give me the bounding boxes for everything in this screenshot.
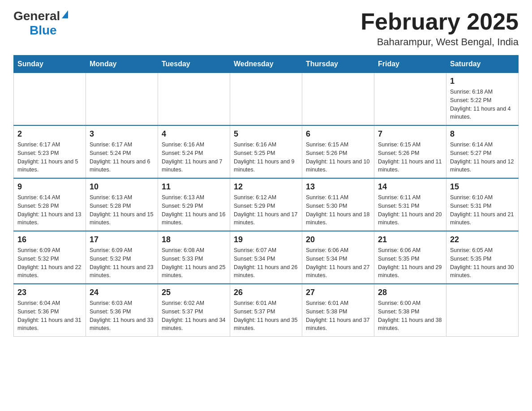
calendar-cell: 19Sunrise: 6:07 AMSunset: 5:34 PMDayligh… [230, 231, 302, 284]
title-area: February 2025 Baharampur, West Bengal, I… [360, 9, 519, 48]
calendar-cell: 1Sunrise: 6:18 AMSunset: 5:22 PMDaylight… [446, 73, 519, 126]
day-number: 23 [17, 288, 82, 297]
day-info: Sunrise: 6:17 AMSunset: 5:24 PMDaylight:… [90, 141, 154, 174]
day-info: Sunrise: 6:01 AMSunset: 5:38 PMDaylight:… [306, 299, 370, 333]
calendar-cell: 26Sunrise: 6:01 AMSunset: 5:37 PMDayligh… [230, 284, 302, 337]
day-number: 4 [162, 129, 226, 139]
calendar-cell: 10Sunrise: 6:13 AMSunset: 5:28 PMDayligh… [86, 178, 158, 231]
day-info: Sunrise: 6:08 AMSunset: 5:33 PMDaylight:… [162, 246, 226, 280]
calendar-cell: 18Sunrise: 6:08 AMSunset: 5:33 PMDayligh… [158, 231, 230, 284]
header-wednesday: Wednesday [230, 56, 302, 73]
calendar-cell: 12Sunrise: 6:12 AMSunset: 5:29 PMDayligh… [230, 178, 302, 231]
calendar-cell: 2Sunrise: 6:17 AMSunset: 5:23 PMDaylight… [14, 125, 86, 178]
day-info: Sunrise: 6:18 AMSunset: 5:22 PMDaylight:… [450, 88, 515, 121]
day-info: Sunrise: 6:12 AMSunset: 5:29 PMDaylight:… [234, 193, 298, 227]
day-number: 11 [162, 182, 226, 192]
calendar-cell: 4Sunrise: 6:16 AMSunset: 5:24 PMDaylight… [158, 125, 230, 178]
calendar-title: February 2025 [360, 9, 519, 34]
calendar-cell: 24Sunrise: 6:03 AMSunset: 5:36 PMDayligh… [86, 284, 158, 337]
day-number: 21 [378, 235, 442, 244]
calendar-cell: 16Sunrise: 6:09 AMSunset: 5:32 PMDayligh… [14, 231, 86, 284]
day-info: Sunrise: 6:16 AMSunset: 5:24 PMDaylight:… [162, 141, 226, 174]
week-row-1: 2Sunrise: 6:17 AMSunset: 5:23 PMDaylight… [14, 125, 519, 178]
day-number: 26 [234, 288, 298, 297]
day-number: 14 [378, 182, 442, 192]
calendar-cell: 13Sunrise: 6:11 AMSunset: 5:30 PMDayligh… [302, 178, 374, 231]
day-number: 16 [17, 235, 82, 244]
week-row-3: 16Sunrise: 6:09 AMSunset: 5:32 PMDayligh… [14, 231, 519, 284]
day-info: Sunrise: 6:11 AMSunset: 5:30 PMDaylight:… [306, 193, 370, 227]
calendar-cell: 14Sunrise: 6:11 AMSunset: 5:31 PMDayligh… [374, 178, 446, 231]
calendar-table: SundayMondayTuesdayWednesdayThursdayFrid… [13, 55, 519, 337]
calendar-cell [86, 73, 158, 126]
header-monday: Monday [86, 56, 158, 73]
day-info: Sunrise: 6:09 AMSunset: 5:32 PMDaylight:… [17, 246, 82, 280]
day-number: 17 [90, 235, 154, 244]
day-info: Sunrise: 6:07 AMSunset: 5:34 PMDaylight:… [234, 246, 298, 280]
week-row-0: 1Sunrise: 6:18 AMSunset: 5:22 PMDaylight… [14, 73, 519, 126]
logo-blue-text: Blue [30, 23, 57, 38]
day-number: 19 [234, 235, 298, 244]
day-info: Sunrise: 6:01 AMSunset: 5:37 PMDaylight:… [234, 299, 298, 333]
day-number: 22 [450, 235, 515, 244]
day-info: Sunrise: 6:06 AMSunset: 5:35 PMDaylight:… [378, 246, 442, 280]
day-number: 15 [450, 182, 515, 192]
day-number: 1 [450, 77, 515, 86]
calendar-cell: 7Sunrise: 6:15 AMSunset: 5:26 PMDaylight… [374, 125, 446, 178]
day-info: Sunrise: 6:15 AMSunset: 5:26 PMDaylight:… [306, 141, 370, 174]
day-info: Sunrise: 6:02 AMSunset: 5:37 PMDaylight:… [162, 299, 226, 333]
calendar-cell: 3Sunrise: 6:17 AMSunset: 5:24 PMDaylight… [86, 125, 158, 178]
day-number: 24 [90, 288, 154, 297]
day-number: 6 [306, 129, 370, 139]
day-info: Sunrise: 6:17 AMSunset: 5:23 PMDaylight:… [17, 141, 82, 174]
day-number: 2 [17, 129, 82, 139]
day-info: Sunrise: 6:14 AMSunset: 5:27 PMDaylight:… [450, 141, 515, 174]
calendar-cell [446, 284, 519, 337]
day-number: 8 [450, 129, 515, 139]
calendar-cell: 25Sunrise: 6:02 AMSunset: 5:37 PMDayligh… [158, 284, 230, 337]
day-number: 18 [162, 235, 226, 244]
calendar-cell: 6Sunrise: 6:15 AMSunset: 5:26 PMDaylight… [302, 125, 374, 178]
header-friday: Friday [374, 56, 446, 73]
logo: General Blue [13, 9, 68, 38]
header-row: SundayMondayTuesdayWednesdayThursdayFrid… [14, 56, 519, 73]
day-info: Sunrise: 6:16 AMSunset: 5:25 PMDaylight:… [234, 141, 298, 174]
day-number: 12 [234, 182, 298, 192]
header-sunday: Sunday [14, 56, 86, 73]
calendar-cell: 28Sunrise: 6:00 AMSunset: 5:38 PMDayligh… [374, 284, 446, 337]
day-number: 5 [234, 129, 298, 139]
calendar-cell [14, 73, 86, 126]
calendar-cell: 17Sunrise: 6:09 AMSunset: 5:32 PMDayligh… [86, 231, 158, 284]
day-info: Sunrise: 6:03 AMSunset: 5:36 PMDaylight:… [90, 299, 154, 333]
day-number: 9 [17, 182, 82, 192]
day-info: Sunrise: 6:13 AMSunset: 5:29 PMDaylight:… [162, 193, 226, 227]
calendar-cell [158, 73, 230, 126]
day-info: Sunrise: 6:14 AMSunset: 5:28 PMDaylight:… [17, 193, 82, 227]
page-header: General Blue February 2025 Baharampur, W… [13, 9, 519, 48]
day-number: 7 [378, 129, 442, 139]
header-saturday: Saturday [446, 56, 519, 73]
day-info: Sunrise: 6:15 AMSunset: 5:26 PMDaylight:… [378, 141, 442, 174]
logo-triangle-icon [62, 10, 68, 18]
calendar-cell: 22Sunrise: 6:05 AMSunset: 5:35 PMDayligh… [446, 231, 519, 284]
day-info: Sunrise: 6:05 AMSunset: 5:35 PMDaylight:… [450, 246, 515, 280]
calendar-cell [374, 73, 446, 126]
day-number: 10 [90, 182, 154, 192]
calendar-cell: 27Sunrise: 6:01 AMSunset: 5:38 PMDayligh… [302, 284, 374, 337]
calendar-cell: 9Sunrise: 6:14 AMSunset: 5:28 PMDaylight… [14, 178, 86, 231]
header-tuesday: Tuesday [158, 56, 230, 73]
day-info: Sunrise: 6:09 AMSunset: 5:32 PMDaylight:… [90, 246, 154, 280]
logo-general-text: General [13, 9, 60, 23]
day-number: 27 [306, 288, 370, 297]
calendar-cell: 11Sunrise: 6:13 AMSunset: 5:29 PMDayligh… [158, 178, 230, 231]
calendar-cell: 5Sunrise: 6:16 AMSunset: 5:25 PMDaylight… [230, 125, 302, 178]
day-number: 13 [306, 182, 370, 192]
calendar-cell: 8Sunrise: 6:14 AMSunset: 5:27 PMDaylight… [446, 125, 519, 178]
day-number: 28 [378, 288, 442, 297]
header-thursday: Thursday [302, 56, 374, 73]
day-info: Sunrise: 6:06 AMSunset: 5:34 PMDaylight:… [306, 246, 370, 280]
day-info: Sunrise: 6:10 AMSunset: 5:31 PMDaylight:… [450, 193, 515, 227]
calendar-subtitle: Baharampur, West Bengal, India [360, 36, 519, 48]
day-info: Sunrise: 6:00 AMSunset: 5:38 PMDaylight:… [378, 299, 442, 333]
calendar-cell: 20Sunrise: 6:06 AMSunset: 5:34 PMDayligh… [302, 231, 374, 284]
